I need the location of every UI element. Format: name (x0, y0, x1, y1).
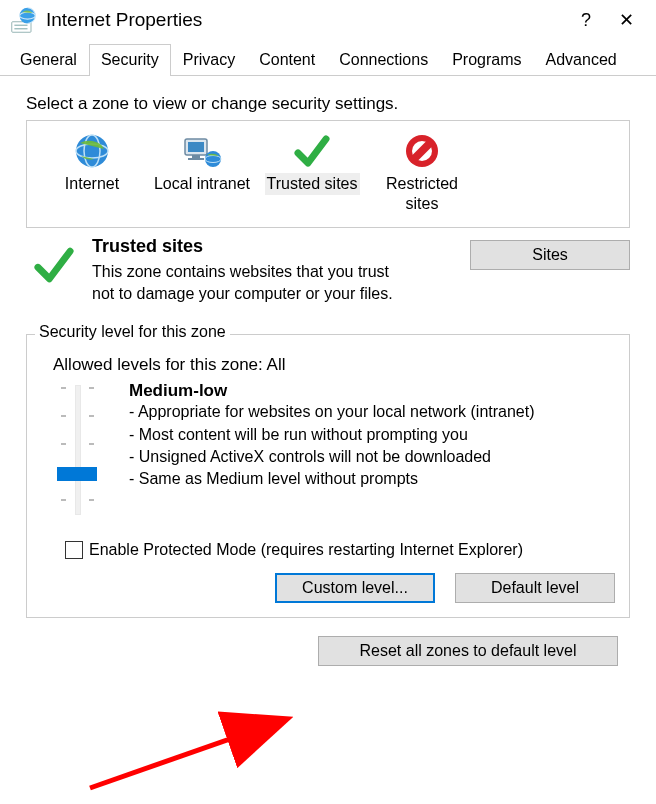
security-level-name: Medium-low (129, 381, 615, 401)
intranet-icon (149, 129, 255, 173)
window-title: Internet Properties (46, 9, 566, 31)
zone-description-title: Trusted sites (92, 236, 450, 257)
protected-mode-label: Enable Protected Mode (requires restarti… (89, 541, 523, 559)
zone-select-label: Select a zone to view or change security… (26, 94, 630, 114)
svg-rect-10 (192, 155, 200, 158)
zone-internet-label: Internet (63, 173, 121, 195)
no-entry-icon (369, 129, 475, 173)
security-level-slider[interactable] (41, 381, 111, 531)
allowed-levels-label: Allowed levels for this zone: All (53, 355, 615, 375)
zone-trusted-sites-label: Trusted sites (265, 173, 360, 195)
tab-content-area: Select a zone to view or change security… (0, 76, 656, 666)
default-level-button[interactable]: Default level (455, 573, 615, 603)
sites-button[interactable]: Sites (470, 240, 630, 270)
app-icon (10, 6, 38, 34)
tab-security[interactable]: Security (89, 44, 171, 76)
tab-general[interactable]: General (8, 44, 89, 75)
svg-point-12 (205, 151, 221, 167)
zone-local-intranet[interactable]: Local intranet (147, 127, 257, 219)
zone-internet[interactable]: Internet (37, 127, 147, 219)
tab-privacy[interactable]: Privacy (171, 44, 247, 75)
security-level-group: Security level for this zone Allowed lev… (26, 334, 630, 618)
security-level-bullet: - Same as Medium level without prompts (129, 468, 615, 490)
svg-rect-9 (188, 142, 204, 152)
svg-point-5 (76, 135, 108, 167)
help-button[interactable]: ? (566, 10, 606, 31)
security-level-bullet: - Most content will be run without promp… (129, 424, 615, 446)
checkmark-icon (259, 129, 365, 173)
tab-programs[interactable]: Programs (440, 44, 533, 75)
svg-rect-11 (188, 158, 204, 160)
tab-connections[interactable]: Connections (327, 44, 440, 75)
zone-restricted-sites[interactable]: Restricted sites (367, 127, 477, 219)
security-level-group-label: Security level for this zone (35, 323, 230, 341)
tab-advanced[interactable]: Advanced (534, 44, 629, 75)
zone-local-intranet-label: Local intranet (152, 173, 252, 195)
zone-description-row: Trusted sites This zone contains website… (26, 236, 630, 304)
title-bar: Internet Properties ? ✕ (0, 0, 656, 44)
reset-all-zones-button[interactable]: Reset all zones to default level (318, 636, 618, 666)
custom-level-button[interactable]: Custom level... (275, 573, 435, 603)
tab-strip: General Security Privacy Content Connect… (0, 44, 656, 76)
zone-trusted-sites[interactable]: Trusted sites (257, 127, 367, 219)
protected-mode-checkbox[interactable] (65, 541, 83, 559)
svg-line-17 (90, 720, 284, 788)
zone-list: Internet Local intranet (26, 120, 630, 228)
zone-description-text: This zone contains websites that you tru… (92, 261, 412, 304)
close-button[interactable]: ✕ (606, 9, 646, 31)
tab-content[interactable]: Content (247, 44, 327, 75)
security-level-bullet: - Appropriate for websites on your local… (129, 401, 615, 423)
globe-icon (39, 129, 145, 173)
zone-description-icon (26, 236, 82, 304)
security-level-bullet: - Unsigned ActiveX controls will not be … (129, 446, 615, 468)
zone-restricted-sites-label: Restricted sites (369, 173, 475, 215)
